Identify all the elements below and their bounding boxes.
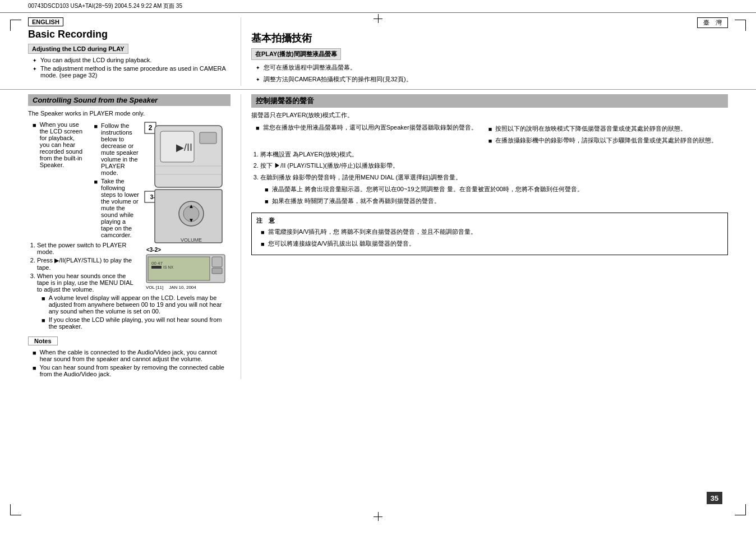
notes-label: Notes — [34, 338, 52, 344]
numbered-steps-right: 將本機設置 為PLAYER(放映)模式。 按下 ▶/II (PLAY/STILL… — [251, 150, 728, 207]
step3-sub2: If you close the LCD while playing, you … — [42, 316, 228, 330]
page-container: 00743DSCD103 USA+TAI(28~59) 2004.5.24 9:… — [0, 0, 756, 535]
step3-sub1: A volume level display will appear on th… — [42, 294, 228, 315]
attention-2: 您可以將連接線從A/V插孔拔出以 聽取揚聲器的聲音。 — [261, 239, 723, 250]
svg-text:2: 2 — [149, 124, 153, 132]
adjusting-bullets-right: 您可在播放過程中調整液晶螢幕。 調整方法與CAMERA拍攝模式下的操作相同(見3… — [251, 63, 728, 84]
svg-rect-20 — [151, 266, 162, 269]
svg-text:▼: ▼ — [188, 217, 194, 223]
attention-1: 當電纜接到A/V插孔時，您 將聽不到來自揚聲器的聲音，並且不能調節音量。 — [261, 227, 723, 238]
header-text: 00743DSCD103 USA+TAI(28~59) 2004.5.24 9:… — [28, 3, 182, 9]
camcorder-diagram: 2 ▶/II — [144, 121, 228, 284]
right-title: 基本拍攝技術 — [251, 31, 728, 45]
taiwan-badge: 臺 灣 — [697, 17, 728, 28]
svg-text:00 47: 00 47 — [151, 261, 163, 266]
notes-box: Notes — [28, 336, 58, 345]
controlling-bullet-1: When you use the LCD screen for playback… — [33, 121, 139, 240]
notes-bullets: When the cable is connected to the Audio… — [28, 349, 231, 377]
zh-step-1: 將本機設置 為PLAYER(放映)模式。 — [260, 150, 728, 160]
page-header: 00743DSCD103 USA+TAI(28~59) 2004.5.24 9:… — [0, 0, 756, 13]
adjusting-heading-right: 在PLAY(播放)間調整液晶螢幕 — [251, 48, 341, 60]
reg-mark-tl — [10, 20, 21, 31]
controlling-intro-right: 揚聲器只在PLAYER(放映)模式工作。 — [251, 111, 728, 119]
attention-title-row: 注 意 — [256, 216, 723, 225]
sub-bullet-1: Follow the instructions below to decreas… — [94, 122, 139, 176]
adjust-bullet-1: You can adjust the LCD during playback. — [33, 57, 231, 63]
attention-label: 注 意 — [256, 216, 275, 225]
reg-mark-tr — [735, 20, 746, 31]
svg-text:IS NX: IS NX — [163, 265, 174, 269]
zh-sub-1: 按照以下的說明在放映模式下降低揚聲器音量或使其處於靜音的狀態。 — [488, 124, 718, 135]
svg-rect-23 — [212, 268, 222, 274]
note-1: When the cable is connected to the Audio… — [33, 349, 231, 362]
adjust-zh-bullet-1: 您可在播放過程中調整液晶螢幕。 — [256, 63, 728, 73]
left-title: Basic Recording — [28, 29, 231, 40]
crosshair-bottom — [374, 512, 382, 521]
zh-step3-sub2: 如果在播放 時關閉了液晶螢幕，就不會再聽到揚聲器的聲音。 — [265, 196, 728, 207]
controlling-zh-bullets: 當您在播放中使用液晶螢幕時，還可以用內置Speaker揚聲器聽取錄製的聲音。 按… — [251, 123, 728, 148]
zh-step-3: 在聽到播放 錄影帶的聲音時，請使用MENU DIAL (選單選擇鈕)調整音量。 … — [260, 173, 728, 207]
crosshair-top — [374, 14, 382, 23]
svg-rect-22 — [212, 257, 222, 267]
zh-step3-sub1: 液晶螢幕上 將會出現音量顯示器。您將可以在00~19之間調整音 量。在音量被置於… — [265, 185, 728, 195]
note-2: You can hear sound from speaker by remov… — [33, 364, 231, 377]
adjust-bullet-2: The adjustment method is the same proced… — [33, 65, 231, 79]
adjusting-heading-left: Adjusting the LCD during PLAY — [28, 44, 128, 54]
zh-sub-2: 在播放攝錄影機中的錄影帶時，請採取以下步驟降低音量或使其處於靜音的狀態。 — [488, 136, 718, 146]
adjusting-bullets-left: You can adjust the LCD during playback. … — [28, 57, 231, 79]
adjust-zh-bullet-2: 調整方法與CAMERA拍攝模式下的操作相同(見32頁)。 — [256, 75, 728, 85]
attention-box: 注 意 當電纜接到A/V插孔時，您 將聽不到來自揚聲器的聲音，並且不能調節音量。… — [251, 213, 728, 255]
english-badge: ENGLISH — [28, 17, 63, 26]
svg-rect-5 — [200, 132, 216, 144]
reg-mark-bl — [10, 504, 21, 515]
svg-text:<3-2>: <3-2> — [146, 247, 161, 253]
page-number: 35 — [707, 492, 722, 504]
zh-step-2: 按下 ▶/II (PLAY/STILL)(播放/停止)以播放錄影帶。 — [260, 161, 728, 171]
svg-text:▲: ▲ — [188, 203, 194, 209]
svg-text:▶/II: ▶/II — [176, 142, 192, 153]
attention-bullets: 當電纜接到A/V插孔時，您 將聽不到來自揚聲器的聲音，並且不能調節音量。 您可以… — [256, 227, 723, 250]
reg-mark-br — [735, 504, 746, 515]
zh-bullet-1: 當您在播放中使用液晶螢幕時，還可以用內置Speaker揚聲器聽取錄製的聲音。 按… — [256, 123, 728, 148]
controlling-heading-right: 控制揚聲器的聲音 — [251, 94, 728, 108]
vol-display: VOL [11] JAN 10, 2004 — [144, 285, 231, 290]
controlling-intro-left: The Speaker works in PLAYER mode only. — [28, 109, 231, 118]
controlling-heading-left: Controlling Sound from the Speaker — [28, 94, 231, 106]
sub-bullet-2: Take the following steps to lower the vo… — [94, 178, 139, 238]
svg-text:VOLUME: VOLUME — [181, 237, 202, 243]
